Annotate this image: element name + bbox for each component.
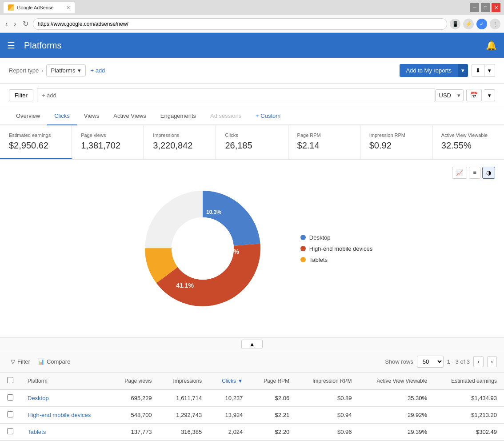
download-caret[interactable]: ▾ <box>484 64 495 77</box>
stat-estimated-earnings[interactable]: Estimated earnings $2,950.62 <box>0 125 72 159</box>
svg-text:41.1%: 41.1% <box>176 282 194 289</box>
collapse-button[interactable]: ▲ <box>241 340 262 349</box>
table-filter-button[interactable]: ▽ Filter <box>7 357 34 367</box>
add-filter-link[interactable]: + add <box>90 67 105 74</box>
address-input[interactable] <box>33 18 447 30</box>
stat-label-activeview: Active View Viewable <box>441 132 495 138</box>
table-compare-button[interactable]: 📊 Compare <box>34 357 74 367</box>
col-activeview[interactable]: Active View Viewable <box>359 373 435 389</box>
row-earnings: $302.49 <box>434 424 504 441</box>
row-activeview: 29.39% <box>359 424 435 441</box>
row-pagerpm: $2.21 <box>250 407 296 424</box>
pagination-prev-button[interactable]: ‹ <box>473 356 483 367</box>
legend-desktop: Desktop <box>300 234 372 241</box>
row-checkbox[interactable] <box>7 411 13 417</box>
legend-dot-desktop <box>300 235 306 240</box>
minimize-button[interactable]: ─ <box>470 3 479 12</box>
tab-overview[interactable]: Overview <box>9 107 47 125</box>
back-button[interactable]: ‹ <box>4 19 9 29</box>
filter-input[interactable] <box>37 88 435 102</box>
tab-clicks[interactable]: Clicks <box>47 107 77 125</box>
select-all-checkbox[interactable] <box>7 377 13 383</box>
stat-value-impressions: 3,220,842 <box>153 140 207 151</box>
table-row: Desktop 695,229 1,611,714 10,237 $2.06 $… <box>0 389 504 407</box>
row-earnings: $1,213.20 <box>434 407 504 424</box>
hamburger-icon[interactable]: ☰ <box>7 40 15 51</box>
tab-engagements[interactable]: Engagements <box>153 107 203 125</box>
tab-custom[interactable]: + Custom <box>248 107 288 125</box>
stat-page-rpm[interactable]: Page RPM $2.14 <box>288 125 360 159</box>
stat-clicks[interactable]: Clicks 26,185 <box>216 125 288 159</box>
col-impressions[interactable]: Impressions <box>159 373 209 389</box>
row-platform[interactable]: High-end mobile devices <box>20 407 111 424</box>
pagination-info: 1 - 3 of 3 <box>447 358 470 365</box>
svg-text:10.3%: 10.3% <box>206 209 221 215</box>
currency-selector: USD ▾ <box>435 89 464 101</box>
browser-tab[interactable]: Google AdSense ✕ <box>4 2 75 13</box>
pie-chart-button[interactable]: ◑ <box>482 167 495 179</box>
stat-impression-rpm[interactable]: Impression RPM $0.92 <box>360 125 432 159</box>
row-pageviews: 137,773 <box>111 424 159 441</box>
legend-label-tablets: Tablets <box>309 257 328 263</box>
legend-dot-tablets <box>300 257 306 262</box>
pagination-next-button[interactable]: › <box>487 356 497 367</box>
row-impressions: 1,611,714 <box>159 389 209 407</box>
platform-dropdown[interactable]: Platforms ▾ <box>46 64 86 76</box>
add-to-reports-group: Add to My reports ▾ <box>400 64 468 77</box>
bell-icon[interactable]: 🔔 <box>486 40 497 51</box>
row-impressionrpm: $0.89 <box>296 389 359 407</box>
row-pageviews: 548,700 <box>111 407 159 424</box>
mobile-icon[interactable]: 📱 <box>450 19 460 29</box>
forward-button[interactable]: › <box>12 19 18 29</box>
download-button[interactable]: ⬇ <box>472 64 484 77</box>
filter-right: USD ▾ 📅 ▾ <box>435 89 495 101</box>
row-impressionrpm: $0.96 <box>296 424 359 441</box>
tab-active-views[interactable]: Active Views <box>106 107 153 125</box>
filter-button[interactable]: Filter <box>9 89 33 101</box>
col-earnings[interactable]: Estimated earnings <box>434 373 504 389</box>
add-to-reports-caret[interactable]: ▾ <box>458 64 468 77</box>
add-to-reports-button[interactable]: Add to My reports <box>400 64 458 77</box>
col-platform[interactable]: Platform <box>20 373 111 389</box>
currency-caret[interactable]: ▾ <box>455 90 463 101</box>
menu-icon[interactable]: ⋮ <box>490 19 500 29</box>
tab-close-icon[interactable]: ✕ <box>66 5 70 11</box>
header-actions: Add to My reports ▾ ⬇ ▾ <box>400 64 495 77</box>
tab-ad-sessions[interactable]: Ad sessions <box>203 107 248 125</box>
breadcrumb-arrow: › <box>41 67 43 74</box>
rows-per-page-select[interactable]: 50 10 25 100 <box>417 356 444 368</box>
currency-label: USD <box>436 90 455 101</box>
row-activeview: 29.92% <box>359 407 435 424</box>
row-platform[interactable]: Tablets <box>20 424 111 441</box>
lightning-icon[interactable]: ⚡ <box>463 19 474 29</box>
stat-impressions[interactable]: Impressions 3,220,842 <box>144 125 216 159</box>
line-chart-button[interactable]: 📈 <box>452 167 467 179</box>
table-toolbar: ▽ Filter 📊 Compare Show rows 50 10 25 10… <box>0 351 504 373</box>
row-checkbox[interactable] <box>7 394 13 401</box>
stat-page-views[interactable]: Page views 1,381,702 <box>72 125 144 159</box>
col-clicks[interactable]: Clicks ▼ <box>209 373 250 389</box>
tab-views[interactable]: Views <box>77 107 106 125</box>
calendar-button[interactable]: 📅 <box>466 89 482 101</box>
stat-active-view[interactable]: Active View Viewable 32.55% <box>432 125 504 159</box>
window-controls: ─ □ ✕ <box>470 3 500 12</box>
row-earnings: $1,434.93 <box>434 389 504 407</box>
row-activeview: 35.30% <box>359 389 435 407</box>
reload-button[interactable]: ↻ <box>21 19 30 29</box>
col-impressionrpm[interactable]: Impression RPM <box>296 373 359 389</box>
row-platform[interactable]: Desktop <box>20 389 111 407</box>
address-bar: ‹ › ↻ 📱 ⚡ ✓ ⋮ <box>0 15 504 33</box>
maximize-button[interactable]: □ <box>481 3 490 12</box>
close-button[interactable]: ✕ <box>492 3 500 12</box>
row-pageviews: 695,229 <box>111 389 159 407</box>
row-impressionrpm: $0.94 <box>296 407 359 424</box>
stat-value-clicks: 26,185 <box>225 140 279 151</box>
col-pagerpm[interactable]: Page RPM <box>250 373 296 389</box>
table-view-button[interactable]: ≡ <box>469 167 480 179</box>
app-topbar: ☰ Platforms 🔔 <box>0 33 504 58</box>
stat-value-pageviews: 1,381,702 <box>81 140 135 151</box>
extensions-icon[interactable]: ✓ <box>476 19 487 29</box>
col-pageviews[interactable]: Page views <box>111 373 159 389</box>
row-checkbox[interactable] <box>7 428 13 434</box>
date-caret[interactable]: ▾ <box>484 89 495 101</box>
